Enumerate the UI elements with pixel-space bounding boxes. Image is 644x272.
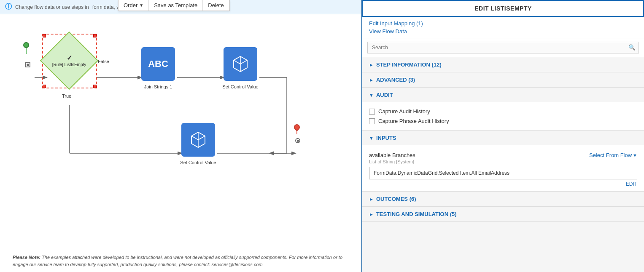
true-label: True (62, 93, 71, 99)
audit-section: ▼ AUDIT Capture Audit History Capture Ph… (362, 88, 644, 131)
audit-label-1: Capture Audit History (378, 108, 430, 115)
abc-icon: ABC (148, 59, 168, 69)
audit-checkbox-1[interactable] (369, 109, 375, 115)
start-pin (23, 42, 29, 54)
info-text: Change flow data or use steps in (15, 4, 89, 10)
edit-input-mapping-link[interactable]: Edit Input Mapping (1) (369, 20, 637, 27)
outcomes-header[interactable]: ► OUTCOMES (6) (362, 192, 644, 206)
testing-title: TESTING AND SIMULATION (5) (376, 211, 457, 217)
decision-diamond-container[interactable]: ✓ [Rule] ListIsEmpty (42, 34, 97, 88)
step-info-title: STEP INFORMATION (12) (376, 61, 442, 68)
testing-section: ► TESTING AND SIMULATION (5) (362, 207, 644, 222)
svg-line-17 (191, 136, 198, 140)
audit-arrow: ▼ (369, 93, 374, 98)
inputs-title: INPUTS (376, 135, 396, 141)
diamond-label: [Rule] ListIsEmpty (52, 62, 86, 67)
false-label: False (98, 59, 109, 64)
cube-icon-1 (231, 55, 250, 73)
advanced-header[interactable]: ► ADVANCED (3) (362, 72, 644, 87)
audit-title: AUDIT (376, 92, 393, 98)
join-strings-label: Join Strings 1 (137, 84, 179, 89)
step-info-arrow: ► (369, 62, 374, 67)
inputs-sublabel: List of String [System] (369, 159, 637, 167)
join-strings-node[interactable]: ABC Join Strings 1 (141, 47, 175, 81)
start-circle (25, 62, 30, 67)
panel-title: EDIT LISTISEMPTY (362, 0, 644, 17)
testing-arrow: ► (369, 212, 374, 217)
right-panel: EDIT LISTISEMPTY Edit Input Mapping (1) … (361, 0, 644, 272)
order-button[interactable]: Order ▼ (119, 0, 149, 11)
audit-checkbox-row-2: Capture Phrase Audit History (369, 116, 637, 126)
audit-header[interactable]: ▼ AUDIT (362, 88, 644, 102)
step-info-header[interactable]: ► STEP INFORMATION (12) (362, 57, 644, 72)
outcomes-arrow: ► (369, 197, 374, 202)
search-input[interactable] (367, 42, 639, 53)
outcomes-title: OUTCOMES (6) (376, 196, 416, 202)
search-bar: 🔍 (362, 38, 644, 57)
step-info-section: ► STEP INFORMATION (12) (362, 57, 644, 72)
save-template-button[interactable]: Save as Template (149, 0, 203, 11)
select-from-flow-button[interactable]: Select From Flow ▼ (589, 152, 637, 158)
select-from-flow-arrow: ▼ (633, 153, 637, 158)
available-branches-label: available Branches (369, 152, 415, 158)
audit-label-2: Capture Phrase Audit History (378, 118, 449, 124)
input-value: FormData.DynamicDataGrid.Selected Item.A… (369, 167, 637, 179)
cube-icon-2 (189, 131, 207, 149)
advanced-section: ► ADVANCED (3) (362, 72, 644, 88)
inputs-section: ▼ INPUTS available Branches Select From … (362, 131, 644, 192)
inputs-content: available Branches Select From Flow ▼ Li… (362, 145, 644, 191)
chevron-down-icon: ▼ (139, 3, 143, 8)
set-control-2-label: Set Control Value (177, 160, 219, 165)
inputs-arrow: ▼ (369, 136, 374, 141)
flow-panel: ⓘ Change flow data or use steps in form … (0, 0, 361, 272)
delete-button[interactable]: Delete (203, 0, 229, 11)
set-control-1-label: Set Control Value (219, 84, 261, 89)
inputs-row: available Branches Select From Flow ▼ (369, 149, 637, 159)
audit-checkbox-row-1: Capture Audit History (369, 107, 637, 116)
advanced-title: ADVANCED (3) (376, 77, 415, 83)
edit-link[interactable]: EDIT (369, 179, 637, 187)
search-button[interactable]: 🔍 (628, 44, 636, 51)
panel-links: Edit Input Mapping (1) View Flow Data (362, 17, 644, 38)
end-circle (295, 138, 300, 143)
toolbar: Order ▼ Save as Template Delete (118, 0, 230, 11)
svg-line-16 (198, 136, 205, 140)
end-pin (294, 124, 300, 134)
advanced-arrow: ► (369, 77, 374, 83)
view-flow-data-link[interactable]: View Flow Data (369, 28, 637, 35)
outcomes-section: ► OUTCOMES (6) (362, 192, 644, 207)
audit-content: Capture Audit History Capture Phrase Aud… (362, 102, 644, 130)
info-icon: ⓘ (5, 3, 12, 11)
svg-line-12 (234, 60, 240, 64)
audit-checkbox-2[interactable] (369, 118, 375, 124)
svg-line-11 (240, 60, 247, 64)
testing-header[interactable]: ► TESTING AND SIMULATION (5) (362, 207, 644, 221)
note-text: Please Note: The examples attached were … (13, 254, 353, 268)
inputs-header[interactable]: ▼ INPUTS (362, 131, 644, 145)
